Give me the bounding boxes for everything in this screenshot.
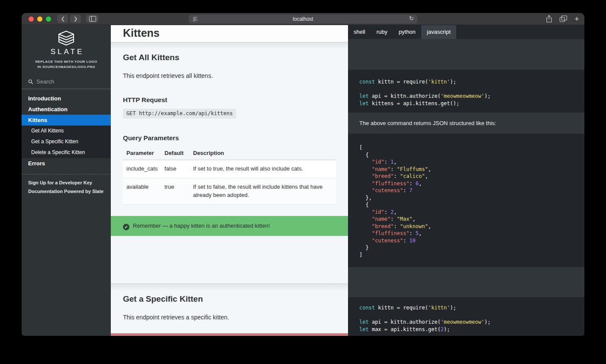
address-text: localhost xyxy=(293,16,313,22)
sidebar-footer: Sign Up for a Developer Key Documentatio… xyxy=(22,179,111,198)
toolbar-right-actions: + xyxy=(546,15,579,23)
table-header-description: Description xyxy=(190,147,336,160)
back-button[interactable] xyxy=(57,15,68,23)
get-a-specific-kitten-intro: This endpoint retrieves a specific kitte… xyxy=(111,313,348,322)
cell-default: true xyxy=(161,178,190,204)
sidebar-item-delete-a-specific-kitten[interactable]: Delete a Specific Kitten xyxy=(22,147,111,158)
logo-note: REPLACE THIS WITH YOUR LOGO IN SOURCE/IM… xyxy=(22,59,111,70)
table-header-parameter: Parameter xyxy=(123,147,161,160)
reload-icon[interactable]: ↻ xyxy=(409,15,414,21)
table-header-row: Parameter Default Description xyxy=(123,147,336,160)
chevron-left-icon xyxy=(61,16,64,22)
share-button[interactable] xyxy=(546,15,552,23)
signup-link[interactable]: Sign Up for a Developer Key xyxy=(28,180,104,187)
sidebar-item-get-a-specific-kitten[interactable]: Get a Specific Kitten xyxy=(22,136,111,147)
browser-toolbar: localhost ↻ + xyxy=(22,13,584,25)
query-parameters-heading: Query Parameters xyxy=(111,134,348,142)
warning-callout: !Inside HTML code blocks like this one, … xyxy=(111,333,348,336)
cell-default: false xyxy=(161,160,190,178)
close-button[interactable] xyxy=(29,16,34,22)
check-circle-icon: ✓ xyxy=(123,224,129,230)
cell-description: If set to false, the result will include… xyxy=(190,178,336,204)
docs-content: Kittens Get All Kittens This endpoint re… xyxy=(111,25,348,336)
success-callout: ✓Remember — a happy kitten is an authent… xyxy=(111,216,348,236)
sidebar-item-authentication[interactable]: Authentication xyxy=(22,104,111,115)
slate-logo-icon xyxy=(56,30,76,47)
sidebar-toggle-button[interactable] xyxy=(86,15,99,23)
sidebar-icon xyxy=(89,16,96,22)
http-request-heading: HTTP Request xyxy=(111,96,348,103)
browser-window: localhost ↻ + SLATE xyxy=(22,13,584,336)
code-block-json-response: [ { "id": 1, "name": "Fluffums", "breed"… xyxy=(348,134,584,267)
minimize-button[interactable] xyxy=(37,16,42,22)
docs-sidebar: SLATE REPLACE THIS WITH YOUR LOGO IN SOU… xyxy=(22,25,111,336)
http-request-code: GET http://example.com/api/kittens xyxy=(123,109,236,119)
logo: SLATE REPLACE THIS WITH YOUR LOGO IN SOU… xyxy=(22,25,111,70)
code-annotation: The above command returns JSON structure… xyxy=(348,113,584,134)
sidebar-subitems: Get All Kittens Get a Specific Kitten De… xyxy=(22,126,111,158)
history-buttons xyxy=(57,15,81,23)
tabs-icon xyxy=(560,16,567,22)
powered-by-slate-link[interactable]: Documentation Powered by Slate xyxy=(28,188,104,195)
page-body: SLATE REPLACE THIS WITH YOUR LOGO IN SOU… xyxy=(22,25,584,336)
http-request-line: GET http://example.com/api/kittens xyxy=(111,109,348,119)
search-input[interactable] xyxy=(36,78,101,85)
section-get-a-specific-kitten: Get a Specific Kitten This endpoint retr… xyxy=(111,283,348,336)
get-all-kittens-heading: Get All Kittens xyxy=(111,42,348,62)
sidebar-divider xyxy=(22,174,111,174)
reader-icon[interactable] xyxy=(193,16,198,21)
query-parameters-table: Parameter Default Description include_ca… xyxy=(123,147,336,205)
sidebar-item-get-all-kittens[interactable]: Get All Kittens xyxy=(22,126,111,136)
desktop-background: { "browser": { "address": "localhost" },… xyxy=(0,0,606,364)
table-header-default: Default xyxy=(161,147,190,160)
tab-javascript[interactable]: javascript xyxy=(421,25,456,39)
code-samples-panel: shell ruby python javascript const kittn… xyxy=(348,25,584,336)
new-tab-button[interactable]: + xyxy=(574,15,579,23)
sidebar-item-kittens[interactable]: Kittens xyxy=(22,115,111,126)
tab-ruby[interactable]: ruby xyxy=(371,25,393,39)
chevron-right-icon xyxy=(74,16,77,22)
logo-title: SLATE xyxy=(22,48,111,56)
get-a-specific-kitten-heading: Get a Specific Kitten xyxy=(111,284,348,304)
cell-parameter: available xyxy=(123,178,161,204)
tab-shell[interactable]: shell xyxy=(348,25,371,39)
section-get-all-kittens: Get All Kittens This endpoint retrieves … xyxy=(111,42,348,283)
tab-overview-button[interactable] xyxy=(560,16,567,22)
section-spacer xyxy=(111,236,348,283)
success-callout-text: Remember — a happy kitten is an authenti… xyxy=(133,222,270,229)
page-title: Kittens xyxy=(111,25,348,42)
get-all-kittens-intro: This endpoint retrieves all kittens. xyxy=(111,71,348,81)
search-icon xyxy=(28,79,33,84)
language-selector: shell ruby python javascript xyxy=(348,25,584,39)
forward-button[interactable] xyxy=(70,15,81,23)
cell-description: If set to true, the result will also inc… xyxy=(190,160,336,178)
table-row: include_cats false If set to true, the r… xyxy=(123,160,336,178)
share-icon xyxy=(546,15,552,23)
sidebar-item-introduction[interactable]: Introduction xyxy=(22,93,111,104)
window-controls xyxy=(22,16,51,22)
cell-parameter: include_cats xyxy=(123,160,161,178)
zoom-button[interactable] xyxy=(46,16,51,22)
table-of-contents: Introduction Authentication Kittens Get … xyxy=(22,93,111,169)
address-bar[interactable]: localhost ↻ xyxy=(189,14,417,23)
tab-python[interactable]: python xyxy=(393,25,421,39)
sidebar-item-errors[interactable]: Errors xyxy=(22,158,111,169)
code-block-get-specific-kitten: const kittn = require('kittn'); let api … xyxy=(348,297,584,336)
code-block-get-all-kittens: const kittn = require('kittn'); let api … xyxy=(348,70,584,113)
table-row: available true If set to false, the resu… xyxy=(123,178,336,204)
search-bar xyxy=(22,76,111,89)
